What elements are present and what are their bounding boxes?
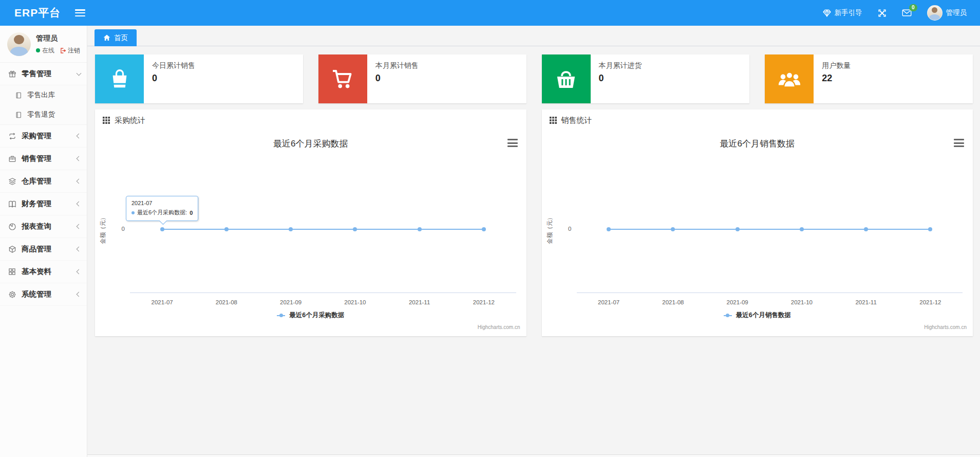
data-point[interactable] — [800, 227, 804, 231]
sidebar-item-finance[interactable]: 财务管理 — [0, 193, 87, 215]
chevron-left-icon — [77, 247, 82, 252]
tooltip-series-label: 最近6个月采购数据: — [137, 209, 187, 216]
messages-button[interactable]: 0 — [902, 9, 912, 17]
panel-title: 销售统计 — [561, 116, 592, 125]
data-point[interactable] — [353, 227, 357, 231]
legend-label: 最近6个月销售数据 — [736, 311, 791, 320]
sidebar-item-label: 报表查询 — [22, 222, 72, 231]
chart-tooltip: 2021-07 最近6个月采购数据: 0 — [126, 196, 198, 221]
shopping-bag-icon — [95, 54, 144, 103]
basket-icon — [542, 54, 591, 103]
x-axis-label: 2021-10 — [344, 299, 366, 305]
sidebar-item-basic-data[interactable]: 基本资料 — [0, 261, 87, 283]
data-point[interactable] — [864, 227, 868, 231]
sidebar-item-purchase[interactable]: 采购管理 — [0, 125, 87, 148]
legend-marker-icon — [277, 315, 285, 316]
highcharts-credit[interactable]: Highcharts.com.cn — [924, 324, 967, 330]
logout-label: 注销 — [68, 46, 80, 55]
sidebar-item-retail-return[interactable]: 零售退货 — [0, 105, 87, 124]
sidebar-item-warehouse[interactable]: 仓库管理 — [0, 170, 87, 193]
x-axis-label: 2021-11 — [855, 299, 876, 305]
stat-card-label: 本月累计销售 — [375, 61, 419, 70]
sidebar-item-products[interactable]: 商品管理 — [0, 238, 87, 261]
stat-card-user-count[interactable]: 用户数量 22 — [765, 54, 973, 103]
sidebar-item-label: 零售管理 — [22, 69, 72, 79]
data-point[interactable] — [482, 227, 486, 231]
data-point[interactable] — [607, 227, 611, 231]
tooltip-header: 2021-07 — [131, 200, 193, 206]
main-content: 首页 今日累计销售 0 — [87, 26, 980, 457]
stat-card-value: 0 — [599, 73, 642, 84]
sidebar-item-sales[interactable]: 销售管理 — [0, 148, 87, 170]
data-point[interactable] — [928, 227, 932, 231]
sidebar-item-label: 销售管理 — [22, 154, 72, 163]
stat-card-today-sales[interactable]: 今日累计销售 0 — [95, 54, 303, 103]
x-axis-label: 2021-09 — [280, 299, 301, 305]
sidebar-item-label: 基本资料 — [22, 267, 72, 277]
stat-cards-row: 今日累计销售 0 本月累计销售 0 — [87, 46, 980, 103]
chart-panels-row: 采购统计 最近6个月采购数据 金额（元） 0 2021-072021-08202… — [87, 103, 980, 336]
chevron-left-icon — [77, 156, 82, 161]
retail-submenu: 零售出库 零售退货 — [0, 85, 87, 125]
sidebar-toggle-button[interactable] — [75, 9, 85, 16]
avatar — [927, 5, 943, 21]
sidebar-user-panel: 管理员 在线 注销 — [0, 26, 87, 63]
x-axis-label: 2021-08 — [662, 299, 684, 305]
series-line — [609, 229, 930, 230]
sidebar-item-reports[interactable]: 报表查询 — [0, 215, 87, 238]
sidebar-item-label: 采购管理 — [22, 131, 72, 141]
tab-home-label: 首页 — [114, 33, 128, 43]
online-status-label: 在线 — [42, 46, 54, 55]
x-axis-label: 2021-08 — [216, 299, 237, 305]
chart-context-menu-button[interactable] — [954, 139, 964, 147]
th-grid-icon — [550, 117, 557, 124]
chevron-left-icon — [77, 134, 82, 139]
stat-card-label: 用户数量 — [822, 61, 851, 70]
user-menu[interactable]: 管理员 — [927, 5, 967, 21]
chart-context-menu-button[interactable] — [507, 139, 518, 147]
legend-item[interactable]: 最近6个月销售数据 — [542, 311, 973, 320]
sidebar-item-system[interactable]: 系统管理 — [0, 283, 87, 306]
sidebar-item-retail-outbound[interactable]: 零售出库 — [0, 85, 87, 105]
plot-area: 2021-072021-082021-092021-102021-112021-… — [577, 159, 963, 293]
sidebar-username: 管理员 — [36, 34, 80, 43]
fullscreen-button[interactable] — [878, 9, 887, 17]
users-icon — [765, 54, 814, 103]
data-point[interactable] — [289, 227, 293, 231]
legend-item[interactable]: 最近6个月采购数据 — [95, 311, 526, 320]
stat-card-month-purchase[interactable]: 本月累计进货 0 — [542, 54, 750, 103]
logout-button[interactable]: 注销 — [60, 46, 80, 55]
y-axis-tick: 0 — [562, 226, 572, 232]
stat-card-label: 本月累计进货 — [599, 61, 642, 70]
sales-chart: 最近6个月销售数据 金额（元） 0 2021-072021-082021-092… — [542, 131, 973, 335]
beginner-guide-button[interactable]: 新手引导 — [823, 8, 862, 17]
sidebar-item-label: 零售出库 — [27, 90, 55, 100]
legend-label: 最近6个月采购数据 — [289, 311, 344, 320]
data-point[interactable] — [736, 227, 740, 231]
chevron-left-icon — [77, 224, 82, 229]
chevron-left-icon — [77, 179, 82, 184]
app-brand: ERP平台 — [0, 6, 71, 20]
layers-icon — [8, 177, 16, 186]
data-point[interactable] — [418, 227, 422, 231]
chevron-left-icon — [77, 292, 82, 297]
home-icon — [103, 34, 110, 41]
data-point[interactable] — [160, 227, 164, 231]
tab-home[interactable]: 首页 — [95, 29, 137, 46]
data-point[interactable] — [671, 227, 675, 231]
x-axis-label: 2021-07 — [152, 299, 173, 305]
x-axis-label: 2021-11 — [409, 299, 430, 305]
data-point[interactable] — [224, 227, 229, 231]
tab-bar: 首页 — [87, 26, 980, 46]
stat-card-value: 22 — [822, 73, 851, 84]
x-axis-label: 2021-07 — [598, 299, 619, 305]
x-axis-label: 2021-12 — [919, 299, 941, 305]
y-axis-label: 金额（元） — [99, 201, 107, 258]
navbar-username: 管理员 — [946, 8, 967, 17]
x-axis-label: 2021-09 — [727, 299, 748, 305]
message-count-badge: 0 — [909, 4, 917, 11]
box-icon — [8, 245, 16, 253]
stat-card-month-sales[interactable]: 本月累计销售 0 — [318, 54, 526, 103]
highcharts-credit[interactable]: Highcharts.com.cn — [478, 324, 520, 330]
sidebar-item-retail[interactable]: 零售管理 — [0, 63, 87, 85]
